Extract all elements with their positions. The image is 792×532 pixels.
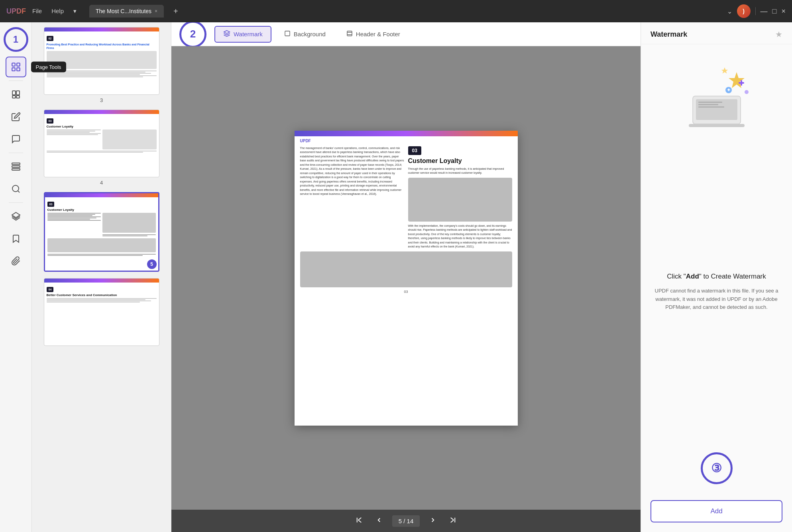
doc-nav-bar: 5 / 14	[171, 510, 641, 532]
svg-point-35	[745, 90, 749, 94]
svg-rect-8	[12, 163, 20, 165]
thumbnail-icon	[11, 90, 21, 99]
close-tab-icon[interactable]: ×	[155, 8, 157, 14]
svg-text:✦: ✦	[727, 87, 731, 93]
svg-marker-36	[721, 67, 728, 74]
user-avatar[interactable]: )	[737, 4, 751, 18]
main-area: 1 Page Tools	[0, 22, 792, 532]
layers-icon	[11, 212, 21, 221]
tab-header-footer[interactable]: Header & Footer	[338, 27, 408, 41]
document-scroll[interactable]: UPDF The management of banks' current op…	[171, 46, 641, 510]
add-tab-button[interactable]: +	[173, 7, 178, 16]
sidebar-item-edit[interactable]	[6, 106, 26, 127]
page-image-1	[408, 178, 512, 222]
svg-rect-26	[698, 102, 722, 103]
thumbnail-page-4[interactable]: 03 Customer Loyalty	[35, 110, 168, 186]
toolbar: 2 Watermark Background	[171, 22, 641, 46]
svg-line-19	[358, 518, 361, 520]
body-text-right: Through the use of paperless banking met…	[408, 167, 512, 175]
ocr-icon	[11, 184, 21, 194]
document-page: UPDF The management of banks' current op…	[295, 131, 518, 426]
watermark-description: UPDF cannot find a watermark in this fil…	[651, 287, 782, 312]
nav-first-page[interactable]	[352, 514, 366, 528]
svg-rect-29	[689, 124, 745, 127]
watermark-tab-icon	[223, 30, 230, 39]
svg-point-11	[12, 185, 19, 192]
sidebar-item-layers[interactable]	[6, 206, 26, 227]
sidebar-item-bookmark[interactable]	[6, 228, 26, 249]
sidebar-item-ocr[interactable]	[6, 179, 26, 199]
sidebar-item-thumbnail[interactable]	[6, 84, 26, 105]
page-bottom-image	[295, 251, 518, 287]
app-logo: UPDF	[6, 7, 26, 16]
menu-help[interactable]: Help	[51, 8, 64, 15]
menu-file[interactable]: File	[32, 8, 42, 15]
illustration-svg: ✦	[677, 60, 757, 132]
section-num: 03	[408, 146, 421, 155]
add-watermark-button[interactable]: Add	[651, 500, 782, 522]
center-area: 2 Watermark Background	[171, 22, 641, 532]
thumbnail-page-6[interactable]: 04 Better Customer Services and Communic…	[35, 278, 168, 346]
svg-rect-14	[285, 31, 290, 36]
window-controls: ⌄ ) — □ ×	[727, 4, 786, 18]
current-page: 5	[399, 518, 402, 524]
svg-rect-4	[12, 91, 16, 95]
total-pages: 14	[407, 518, 414, 524]
close-window-button[interactable]: ×	[781, 7, 786, 16]
icon-sidebar: 1 Page Tools	[0, 22, 32, 532]
svg-rect-9	[12, 166, 20, 167]
maximize-button[interactable]: □	[772, 7, 777, 16]
minimize-button[interactable]: —	[761, 7, 768, 16]
body-text-left: The management of banks' current operati…	[300, 146, 404, 196]
sidebar-separator-3	[9, 202, 23, 203]
sidebar-item-attachment[interactable]	[6, 251, 26, 271]
svg-rect-32	[741, 80, 742, 86]
svg-rect-6	[12, 96, 16, 98]
page-indicator: 5 / 14	[392, 515, 420, 527]
dropdown-arrow-icon[interactable]: ⌄	[727, 8, 732, 15]
nav-last-page[interactable]	[446, 514, 460, 528]
page-separator: /	[403, 518, 405, 524]
section-title: Customer Loyalty	[408, 157, 512, 165]
svg-rect-3	[17, 68, 20, 71]
sidebar-item-organize[interactable]	[6, 156, 26, 177]
titlebar: UPDF File Help ▾ The Most C...Institutes…	[0, 0, 792, 22]
nav-next-page[interactable]	[426, 514, 440, 528]
thumb-label-4: 4	[100, 180, 103, 186]
add-section: ③ Add	[651, 452, 782, 522]
right-panel-header: Watermark ★	[641, 22, 792, 44]
page-tools-tooltip: Page Tools	[31, 62, 66, 73]
sidebar-item-page-tools[interactable]: Page Tools	[6, 57, 26, 77]
page-header-bar	[295, 131, 518, 136]
svg-rect-27	[698, 104, 718, 105]
header-footer-tab-label: Header & Footer	[356, 31, 400, 37]
tab-background[interactable]: Background	[276, 27, 334, 41]
favorite-star-icon[interactable]: ★	[775, 29, 782, 39]
sidebar-separator-1	[9, 80, 23, 81]
sidebar-item-comment[interactable]	[6, 129, 26, 149]
active-tab[interactable]: The Most C...Institutes ×	[89, 5, 164, 18]
body-text-right-2: With the implementation, the company's c…	[408, 224, 512, 249]
watermark-click-info: Click "Add" to Create Watermark	[651, 273, 782, 281]
svg-line-18	[358, 520, 361, 522]
page-tools-icon	[11, 62, 21, 72]
watermark-info: Click "Add" to Create Watermark UPDF can…	[651, 273, 782, 312]
right-panel: Watermark ★	[641, 22, 792, 532]
header-footer-tab-icon	[346, 30, 353, 38]
thumbnail-panel: 02 Promoting Best Practice and Reducing …	[32, 22, 171, 532]
page-left-col: The management of banks' current operati…	[300, 146, 404, 249]
svg-rect-28	[698, 106, 724, 108]
controls-separator	[755, 7, 756, 15]
attachment-icon	[11, 256, 21, 266]
thumbnail-page-5[interactable]: 03 Customer Loyalty	[35, 192, 168, 272]
tab-watermark[interactable]: Watermark	[214, 26, 271, 43]
page-right-col: 03 Customer Loyalty Through the use of p…	[408, 146, 512, 249]
nav-prev-page[interactable]	[372, 514, 386, 528]
titlebar-menu: File Help ▾	[32, 8, 77, 15]
svg-rect-7	[16, 96, 20, 98]
menu-dropdown[interactable]: ▾	[73, 8, 77, 15]
bookmark-icon	[11, 234, 21, 243]
sidebar-separator-2	[9, 153, 23, 153]
background-tab-icon	[284, 30, 291, 38]
thumb-label-3: 3	[100, 97, 103, 103]
